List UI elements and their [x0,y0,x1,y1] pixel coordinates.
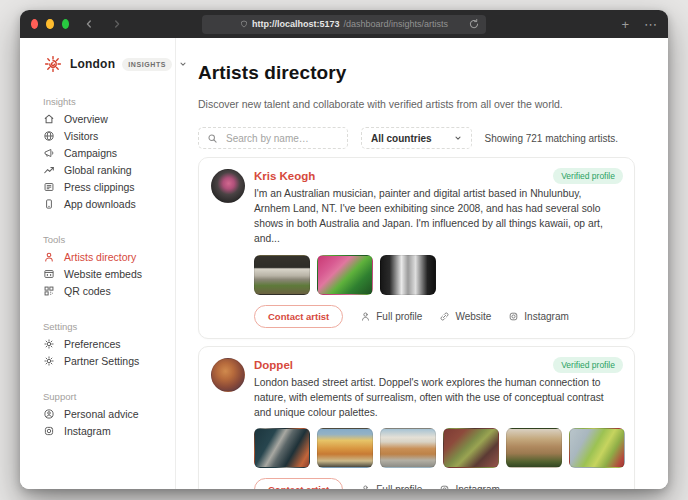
sidebar-item-label: QR codes [64,285,111,297]
sidebar-item-website-embeds[interactable]: Website embeds [43,265,165,282]
instagram-icon [508,311,519,322]
artist-bio: I'm an Australian musician, painter and … [254,187,622,247]
qr-code-icon [43,285,55,297]
artwork-thumbnail[interactable] [317,428,373,468]
search-icon [207,133,218,144]
forward-button[interactable] [111,18,123,30]
artwork-thumbnail[interactable] [317,255,373,295]
globe-icon [43,130,55,142]
home-icon [43,113,55,125]
gear-icon [43,355,55,367]
titlebar-right: + ⋯ [565,18,657,31]
artwork-thumbnail[interactable] [254,428,310,468]
sidebar-item-overview[interactable]: Overview [43,110,165,127]
verified-badge: Verified profile [553,357,623,373]
sidebar-section-tools: Tools Artists directory Website embeds Q… [43,234,165,299]
sidebar-section-settings: Settings Preferences Partner Settings [43,321,165,369]
artist-avatar[interactable] [211,169,245,203]
section-label: Support [43,391,165,405]
minimize-window-button[interactable] [46,19,53,29]
sidebar-item-partner-settings[interactable]: Partner Settings [43,352,165,369]
artist-card: Verified profile Kris Keogh I'm an Austr… [198,157,635,339]
sidebar-item-label: Campaigns [64,147,117,159]
titlebar-left [31,18,123,30]
artist-avatar[interactable] [211,358,245,392]
sidebar-item-personal-advice[interactable]: Personal advice [43,405,165,422]
instagram-icon [43,425,55,437]
user-icon [360,311,371,322]
artwork-thumbnail[interactable] [506,428,562,468]
card-actions: Contact artist Full profile Instagram [254,478,622,489]
instagram-label: Instagram [524,311,568,322]
artwork-thumbnail[interactable] [569,428,625,468]
sidebar-item-global-ranking[interactable]: Global ranking [43,161,165,178]
link-icon [439,311,450,322]
app-frame: London INSIGHTS Insights Overview Visito… [20,38,668,489]
sidebar-item-label: Overview [64,113,108,125]
country-filter-value: All countries [371,133,432,144]
gear-icon [43,338,55,350]
artist-card: Verified profile Doppel London based str… [198,346,635,489]
verified-badge: Verified profile [553,168,623,184]
chevron-down-icon [454,134,462,142]
artwork-thumbnail[interactable] [443,428,499,468]
artwork-thumbnail[interactable] [380,428,436,468]
back-button[interactable] [83,18,95,30]
artwork-thumbnail[interactable] [380,255,436,295]
sidebar-item-label: Partner Settings [64,355,139,367]
sidebar-section-support: Support Personal advice Instagram [43,391,165,439]
tab-overview-button[interactable]: ⋯ [644,18,657,31]
sidebar-item-instagram[interactable]: Instagram [43,422,165,439]
country-filter-select[interactable]: All countries [361,127,472,149]
sidebar-item-artists-directory[interactable]: Artists directory [43,248,165,265]
user-icon [360,484,371,489]
artwork-thumbnails [254,428,622,468]
section-label: Tools [43,234,165,248]
address-bar[interactable]: http://localhost:5173/dashboard/insights… [202,15,486,34]
sidebar-item-press-clippings[interactable]: Press clippings [43,178,165,195]
full-profile-link[interactable]: Full profile [360,484,422,489]
artist-bio: London based street artist. Doppel's wor… [254,376,622,421]
filter-bar: All countries Showing 721 matching artis… [198,127,635,149]
newspaper-icon [43,181,55,193]
workspace-switcher[interactable]: London INSIGHTS [43,54,165,74]
sidebar-item-visitors[interactable]: Visitors [43,127,165,144]
main-content: Artists directory Discover new talent an… [176,38,668,489]
new-tab-button[interactable]: + [621,18,629,31]
site-security-icon [240,20,248,28]
instagram-link[interactable]: Instagram [508,311,568,322]
sidebar-item-label: Visitors [64,130,98,142]
sidebar-item-app-downloads[interactable]: App downloads [43,195,165,212]
zoom-window-button[interactable] [62,19,69,29]
sidebar-item-preferences[interactable]: Preferences [43,335,165,352]
artwork-thumbnails [254,255,622,295]
website-link[interactable]: Website [439,311,491,322]
section-label: Insights [43,96,165,110]
close-window-button[interactable] [31,19,38,29]
sidebar-item-campaigns[interactable]: Campaigns [43,144,165,161]
embed-code-icon [43,268,55,280]
search-field[interactable] [198,127,348,149]
url-path: /dashboard/insights/artists [343,19,448,29]
reload-icon[interactable] [468,18,480,30]
sidebar-item-label: Instagram [64,425,111,437]
card-actions: Contact artist Full profile Website [254,305,622,328]
sidebar-item-label: Website embeds [64,268,142,280]
sidebar-section-insights: Insights Overview Visitors Campaigns Glo… [43,96,165,212]
trending-up-icon [43,164,55,176]
contact-artist-button[interactable]: Contact artist [254,478,343,489]
sidebar-item-qr-codes[interactable]: QR codes [43,282,165,299]
sidebar-item-label: Personal advice [64,408,139,420]
contact-artist-button[interactable]: Contact artist [254,305,343,328]
sidebar-item-label: Global ranking [64,164,132,176]
user-circle-icon [43,408,55,420]
search-input[interactable] [224,132,339,145]
artist-user-icon [43,251,55,263]
full-profile-label: Full profile [376,311,422,322]
website-label: Website [455,311,491,322]
instagram-link[interactable]: Instagram [439,484,499,489]
megaphone-icon [43,147,55,159]
artwork-thumbnail[interactable] [254,255,310,295]
full-profile-link[interactable]: Full profile [360,311,422,322]
sidebar-item-label: App downloads [64,198,136,210]
